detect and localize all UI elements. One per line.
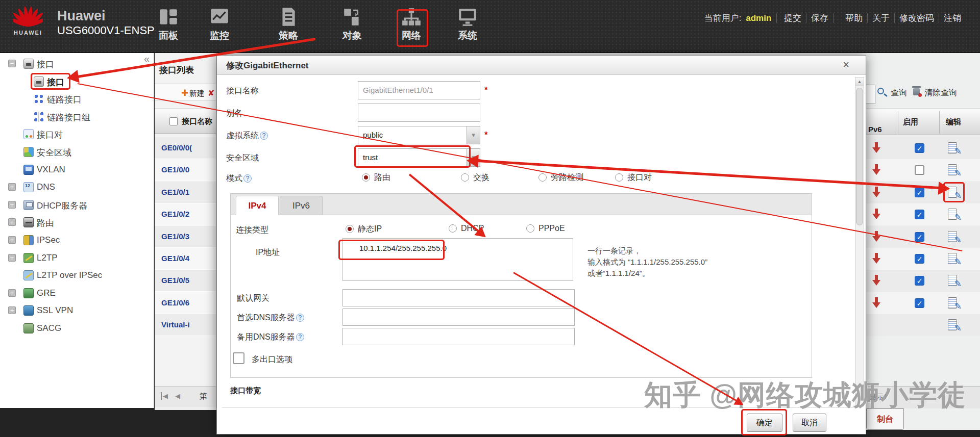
secondary-dns-field[interactable]: [342, 328, 575, 345]
help-icon[interactable]: ?: [243, 174, 252, 183]
edit-icon[interactable]: ✎: [948, 319, 960, 331]
top-link-5[interactable]: 注销: [939, 13, 966, 23]
right-table-row: ✎: [866, 159, 980, 181]
top-link-1[interactable]: 保存: [806, 13, 834, 23]
multi-exit-checkbox[interactable]: [233, 352, 244, 364]
enable-checkbox[interactable]: ✓: [915, 298, 924, 308]
edit-icon[interactable]: ✎: [948, 274, 960, 287]
first-page-icon[interactable]: ◀: [161, 392, 168, 400]
nav-item-monitor[interactable]: 监控: [195, 6, 244, 42]
sidebar-item-路由[interactable]: +路由: [0, 214, 154, 231]
radio-接口对[interactable]: 接口对: [615, 172, 652, 183]
interface-icon: [34, 76, 44, 87]
radio-DHCP[interactable]: DHCP: [449, 224, 484, 234]
ok-button[interactable]: 确定: [747, 414, 782, 432]
interface-name-field[interactable]: GigabitEthernet1/0/1: [358, 81, 480, 99]
interface-row[interactable]: GE1/0/3: [155, 226, 216, 248]
prev-page-icon[interactable]: ◀: [175, 392, 180, 400]
edit-icon[interactable]: ✎: [948, 252, 960, 265]
nav-item-dashboard[interactable]: 面板: [144, 6, 193, 42]
ip-address-textarea[interactable]: 10.1.1.254/255.255.255.0: [342, 238, 573, 281]
top-link-0[interactable]: 提交: [779, 13, 806, 23]
edit-icon[interactable]: ✎: [948, 186, 960, 199]
chevron-down-icon[interactable]: ▾: [467, 126, 480, 144]
enable-checkbox[interactable]: ✓: [915, 254, 924, 264]
default-gateway-label: 默认网关: [237, 293, 270, 304]
sidebar-item-链路接口[interactable]: 链路接口: [0, 90, 154, 108]
sidebar-item-gre[interactable]: +GRE: [0, 285, 154, 302]
sidebar-item-ssl-vpn[interactable]: +SSL VPN: [0, 302, 154, 319]
radio-路由[interactable]: 路由: [362, 172, 390, 183]
scroll-up-icon[interactable]: ▲: [855, 78, 864, 86]
expand-icon[interactable]: +: [8, 254, 16, 262]
interface-row[interactable]: GE1/0/5: [155, 270, 216, 292]
dialog-scrollbar[interactable]: ▲: [855, 77, 864, 406]
cancel-button[interactable]: 取消: [793, 414, 826, 432]
expand-icon[interactable]: +: [8, 306, 16, 314]
alias-field[interactable]: [358, 104, 480, 122]
default-gateway-field[interactable]: [342, 289, 575, 306]
edit-icon[interactable]: ✎: [948, 142, 960, 155]
brand-name: Huawei: [57, 8, 155, 23]
interface-row[interactable]: GE1/0/1: [155, 182, 216, 203]
radio-旁路检测[interactable]: 旁路检测: [538, 172, 583, 183]
nav-item-object[interactable]: 对象: [328, 6, 377, 42]
enable-checkbox[interactable]: ✓: [915, 232, 924, 242]
interface-row[interactable]: Virtual-i: [155, 314, 216, 336]
expand-icon[interactable]: +: [8, 183, 16, 191]
primary-dns-field[interactable]: [342, 309, 575, 326]
sidebar-item-接口对[interactable]: 接口对: [0, 125, 154, 143]
radio-PPPoE[interactable]: PPPoE: [526, 224, 565, 234]
expand-icon[interactable]: +: [8, 201, 16, 209]
top-links: 当前用户: admin 提交保存帮助关于修改密码注销: [704, 12, 966, 24]
radio-静态IP[interactable]: 静态IP: [346, 224, 382, 234]
sidebar-item-链路接口组[interactable]: 链路接口组: [0, 108, 154, 125]
collapse-icon[interactable]: −: [8, 60, 16, 67]
expand-icon[interactable]: +: [8, 218, 16, 226]
close-icon[interactable]: ×: [843, 58, 849, 71]
edit-icon[interactable]: ✎: [948, 230, 960, 243]
interface-row[interactable]: GE1/0/4: [155, 248, 216, 270]
interface-row[interactable]: GE0/0/0(: [155, 137, 216, 159]
enable-checkbox[interactable]: ✓: [915, 188, 924, 197]
sidebar-item-l2tp-over-ipsec[interactable]: L2TP over IPSec: [0, 267, 154, 284]
sidebar-item-接口[interactable]: 接口: [0, 73, 154, 90]
sidebar-item-ipsec[interactable]: +IPSec: [0, 232, 154, 249]
interface-row[interactable]: GE1/0/0: [155, 159, 216, 181]
enable-checkbox[interactable]: ✓: [915, 276, 924, 286]
radio-交换[interactable]: 交换: [461, 172, 489, 183]
help-icon[interactable]: ?: [260, 132, 268, 140]
help-icon[interactable]: ?: [296, 314, 304, 322]
top-link-2[interactable]: 帮助: [841, 13, 868, 23]
sidebar-item-sacg[interactable]: SACG: [0, 320, 154, 337]
sidebar-item-dns[interactable]: +DNS: [0, 178, 154, 196]
nav-item-network[interactable]: 网络: [387, 6, 436, 42]
edit-icon[interactable]: ✎: [948, 164, 960, 176]
interface-row[interactable]: GE1/0/6: [155, 292, 216, 314]
enable-checkbox[interactable]: [915, 165, 924, 175]
edit-icon[interactable]: ✎: [948, 297, 960, 310]
tab-ipv4[interactable]: IPv4: [236, 196, 279, 215]
sidebar-item-接口[interactable]: −接口: [0, 55, 154, 72]
enable-checkbox[interactable]: ✓: [915, 210, 924, 219]
interface-row[interactable]: GE1/0/2: [155, 203, 216, 225]
tab-ipv6[interactable]: IPv6: [280, 196, 323, 215]
new-button[interactable]: 新建: [189, 89, 205, 98]
nav-item-policy[interactable]: 策略: [264, 6, 313, 42]
expand-icon[interactable]: +: [8, 236, 16, 244]
search-input[interactable]: [866, 85, 875, 104]
edit-icon[interactable]: ✎: [948, 208, 960, 221]
select-all-checkbox[interactable]: [169, 117, 178, 125]
help-icon[interactable]: ?: [296, 333, 304, 341]
top-link-4[interactable]: 修改密码: [895, 13, 939, 23]
sidebar-item-dhcp服务器[interactable]: +DHCP服务器: [0, 196, 154, 214]
expand-icon[interactable]: +: [8, 289, 16, 297]
sidebar-item-l2tp[interactable]: +L2TP: [0, 249, 154, 267]
sidebar-item-vxlan[interactable]: VXLAN: [0, 161, 154, 178]
nav-item-system[interactable]: 系统: [443, 6, 492, 42]
top-link-3[interactable]: 关于: [868, 13, 895, 23]
scrollbar-thumb[interactable]: [856, 88, 863, 225]
enable-checkbox[interactable]: ✓: [915, 143, 924, 153]
sidebar-item-安全区域[interactable]: 安全区域: [0, 143, 154, 161]
chevron-down-icon[interactable]: ▾: [467, 148, 480, 167]
